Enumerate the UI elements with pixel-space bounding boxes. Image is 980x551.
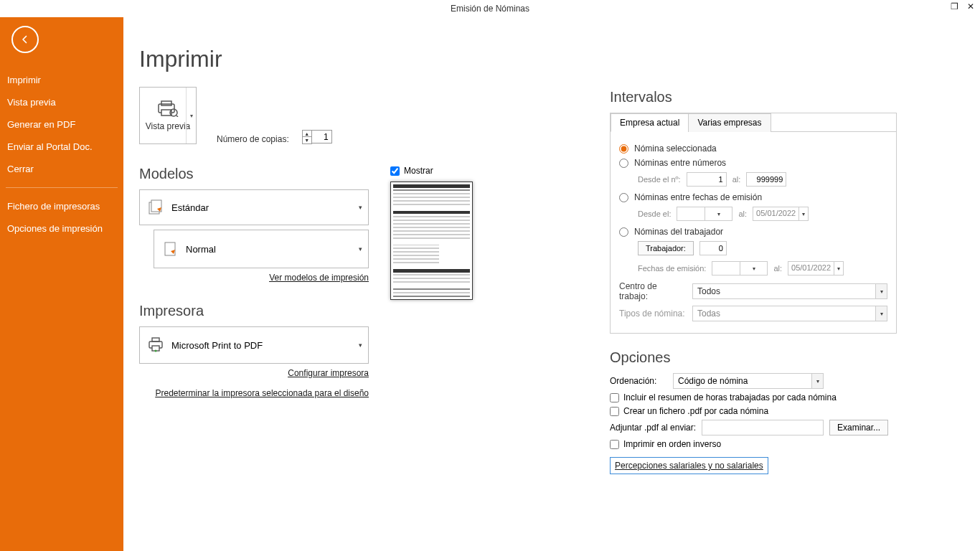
window-close-icon[interactable]: ✕: [967, 1, 974, 11]
examinar-button[interactable]: Examinar...: [829, 420, 888, 435]
copies-label: Número de copias:: [217, 134, 289, 144]
svg-line-4: [176, 116, 178, 117]
radio-label-trabajador: Nóminas del trabajador: [634, 227, 723, 237]
printer-icon: [147, 336, 164, 355]
desde-num-label: Desde el nº:: [638, 175, 681, 184]
printer-heading: Impresora: [139, 303, 369, 319]
al-num-label: al:: [732, 175, 741, 184]
chevron-down-icon: ▾: [359, 245, 362, 253]
sidebar-item-imprimir[interactable]: Imprimir: [0, 69, 123, 91]
radio-label-seleccionada: Nómina seleccionada: [634, 143, 717, 154]
chevron-down-icon: ▾: [359, 342, 362, 349]
sidebar-item-enviar-portal[interactable]: Enviar al Portal Doc.: [0, 136, 123, 158]
model-normal-label: Normal: [186, 244, 216, 255]
chk-inverso-label: Imprimir en orden inverso: [623, 439, 721, 449]
copies-input[interactable]: [312, 130, 332, 143]
tipos-label: Tipos de nómina:: [619, 309, 687, 319]
sidebar-item-fichero-impresoras[interactable]: Fichero de impresoras: [0, 195, 123, 217]
radio-label-numeros: Nóminas entre números: [634, 158, 726, 168]
window-maximize-icon[interactable]: ❐: [951, 1, 958, 11]
chk-resumen-label: Incluir el resumen de horas trabajadas p…: [623, 392, 837, 402]
chk-inverso-row[interactable]: Imprimir en orden inverso: [610, 439, 897, 449]
trab-al-label: al:: [773, 264, 782, 273]
centro-label: Centro de trabajo:: [619, 281, 687, 301]
hasta-fecha-input[interactable]: 05/01/2022▾: [753, 207, 809, 221]
fechas-emision-label: Fechas de emisión:: [638, 264, 706, 273]
radio-entre-numeros[interactable]: [619, 159, 628, 168]
sidebar-item-generar-pdf[interactable]: Generar en PDF: [0, 113, 123, 136]
configurar-impresora-link[interactable]: Configurar impresora: [288, 368, 369, 378]
centro-select[interactable]: Todos▾: [692, 283, 887, 299]
sidebar-separator: [6, 187, 118, 188]
template-thumbnail: [390, 182, 473, 300]
radio-trabajador[interactable]: [619, 227, 628, 237]
page-title: Imprimir: [139, 46, 964, 72]
svg-rect-9: [152, 338, 159, 342]
ordenacion-label: Ordenación:: [610, 376, 667, 386]
spinner-down-icon[interactable]: ▼: [303, 137, 311, 143]
al-fecha-label: al:: [738, 209, 747, 218]
percepciones-link[interactable]: Percepciones salariales y no salariales: [610, 457, 768, 474]
chk-resumen-row[interactable]: Incluir el resumen de horas trabajadas p…: [610, 392, 897, 402]
ver-modelos-link[interactable]: Ver modelos de impresión: [269, 273, 369, 283]
svg-rect-1: [161, 101, 171, 105]
models-heading: Modelos: [139, 166, 369, 182]
options-heading: Opciones: [610, 349, 897, 366]
window-title: Emisión de Nóminas: [451, 4, 529, 14]
vista-previa-button[interactable]: Vista previa ▾: [139, 87, 197, 144]
radio-nomina-seleccionada[interactable]: [619, 144, 628, 154]
trabajador-button[interactable]: Trabajador:: [638, 241, 694, 255]
mostrar-checkbox-row[interactable]: Mostrar: [390, 166, 433, 176]
chk-inverso[interactable]: [610, 440, 619, 449]
mostrar-checkbox[interactable]: [390, 166, 400, 176]
spinner-up-icon[interactable]: ▲: [303, 131, 311, 137]
radio-label-fechas: Nóminas entre fechas de emisión: [634, 192, 762, 202]
intervals-heading: Intervalos: [610, 89, 897, 105]
svg-point-11: [155, 349, 157, 352]
ordenacion-select[interactable]: Código de nómina▾: [673, 373, 824, 389]
model-standard-select[interactable]: Estándar ▾: [139, 189, 369, 225]
trab-hasta-fecha-input[interactable]: 05/01/2022▾: [788, 261, 844, 276]
vista-previa-label: Vista previa: [146, 121, 190, 131]
desde-num-input[interactable]: [687, 172, 727, 187]
hasta-num-input[interactable]: [746, 172, 786, 187]
attach-label: Adjuntar .pdf al enviar:: [610, 423, 696, 433]
sidebar-item-cerrar[interactable]: Cerrar: [0, 158, 123, 180]
desde-fecha-label: Desde el:: [638, 209, 671, 218]
printer-select[interactable]: Microsoft Print to PDF ▾: [139, 326, 369, 364]
titlebar: Emisión de Nóminas ❐ ✕: [0, 0, 980, 17]
chk-resumen[interactable]: [610, 393, 619, 402]
copies-spinner[interactable]: ▲ ▼: [302, 130, 332, 144]
chk-pdf-label: Crear un fichero .pdf por cada nómina: [623, 406, 768, 416]
predeterminar-impresora-link[interactable]: Predeterminar la impresora seleccionada …: [156, 388, 369, 398]
intervals-panel: Empresa actual Varias empresas Nómina se…: [610, 113, 897, 334]
document-icon: [161, 240, 179, 258]
tipos-select: Todas▾: [692, 306, 887, 321]
sidebar: Imprimir Vista previa Generar en PDF Env…: [0, 17, 123, 551]
document-stack-icon: [147, 199, 164, 216]
radio-entre-fechas[interactable]: [619, 193, 628, 202]
sidebar-item-opciones-impresion[interactable]: Opciones de impresión: [0, 217, 123, 240]
model-standard-label: Estándar: [171, 202, 209, 213]
sidebar-item-vista-previa[interactable]: Vista previa: [0, 91, 123, 113]
tab-varias-empresas[interactable]: Varias empresas: [688, 113, 771, 132]
chevron-down-icon: ▾: [359, 204, 362, 211]
tab-empresa-actual[interactable]: Empresa actual: [611, 113, 689, 132]
attach-input[interactable]: [702, 420, 824, 435]
chk-pdf-row[interactable]: Crear un fichero .pdf por cada nómina: [610, 406, 897, 416]
back-button[interactable]: [11, 26, 39, 53]
trabajador-input[interactable]: [699, 241, 727, 255]
printer-name: Microsoft Print to PDF: [171, 340, 263, 351]
chk-pdf[interactable]: [610, 407, 619, 416]
desde-fecha-input[interactable]: ▾: [677, 207, 732, 221]
mostrar-label: Mostrar: [404, 166, 433, 176]
model-normal-select[interactable]: Normal ▾: [154, 230, 369, 268]
vista-previa-dropdown[interactable]: ▾: [186, 88, 196, 143]
trab-desde-fecha-input[interactable]: ▾: [712, 261, 768, 276]
